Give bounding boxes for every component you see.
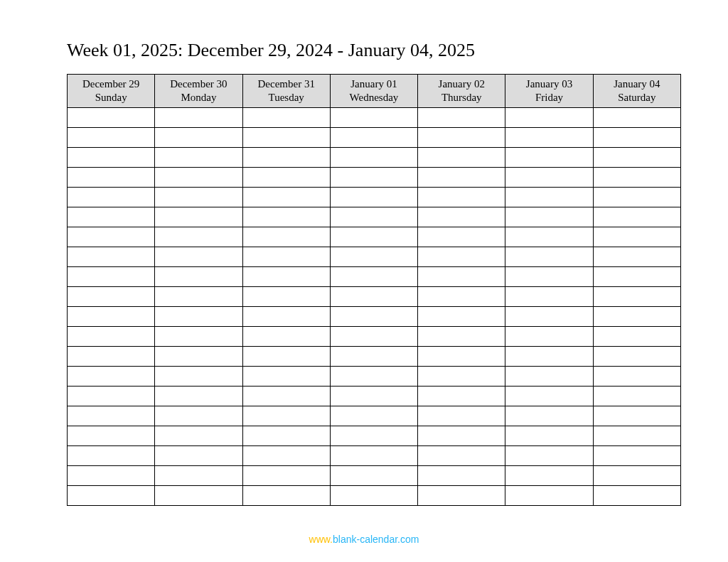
- calendar-cell: [505, 306, 593, 326]
- calendar-cell: [505, 346, 593, 366]
- calendar-cell: [155, 406, 242, 426]
- calendar-cell: [242, 366, 330, 386]
- calendar-cell: [330, 266, 417, 286]
- calendar-cell: [330, 147, 417, 167]
- calendar-cell: [155, 326, 242, 346]
- calendar-cell: [330, 386, 417, 406]
- calendar-cell: [418, 107, 505, 127]
- day-header-weekday: Thursday: [441, 92, 482, 103]
- day-header-weekday: Saturday: [618, 92, 655, 103]
- calendar-cell: [593, 366, 680, 386]
- calendar-cell: [242, 465, 330, 485]
- calendar-page: Week 01, 2025: December 29, 2024 - Janua…: [0, 0, 728, 506]
- calendar-cell: [155, 426, 242, 445]
- calendar-cell: [155, 445, 242, 465]
- calendar-cell: [418, 326, 505, 346]
- calendar-cell: [68, 485, 155, 505]
- calendar-cell: [418, 445, 505, 465]
- day-header-sunday: December 29 Sunday: [68, 75, 155, 108]
- calendar-cell: [155, 187, 242, 207]
- calendar-cell: [505, 147, 593, 167]
- calendar-cell: [505, 485, 593, 505]
- calendar-cell: [155, 465, 242, 485]
- calendar-cell: [242, 147, 330, 167]
- calendar-cell: [418, 266, 505, 286]
- calendar-cell: [242, 406, 330, 426]
- page-title: Week 01, 2025: December 29, 2024 - Janua…: [67, 40, 685, 61]
- calendar-cell: [593, 247, 680, 266]
- calendar-cell: [593, 286, 680, 306]
- calendar-row: [68, 227, 681, 247]
- calendar-cell: [155, 147, 242, 167]
- calendar-cell: [68, 107, 155, 127]
- calendar-cell: [505, 167, 593, 187]
- calendar-row: [68, 346, 681, 366]
- calendar-cell: [505, 227, 593, 247]
- calendar-cell: [242, 247, 330, 266]
- calendar-cell: [330, 426, 417, 445]
- calendar-cell: [505, 266, 593, 286]
- calendar-cell: [330, 406, 417, 426]
- calendar-cell: [505, 187, 593, 207]
- calendar-cell: [418, 187, 505, 207]
- calendar-cell: [505, 286, 593, 306]
- calendar-cell: [330, 227, 417, 247]
- calendar-cell: [593, 147, 680, 167]
- calendar-cell: [242, 207, 330, 227]
- calendar-row: [68, 306, 681, 326]
- calendar-cell: [242, 306, 330, 326]
- calendar-cell: [418, 286, 505, 306]
- calendar-cell: [155, 386, 242, 406]
- day-header-weekday: Friday: [535, 92, 563, 103]
- calendar-cell: [242, 167, 330, 187]
- calendar-cell: [593, 485, 680, 505]
- calendar-cell: [505, 247, 593, 266]
- calendar-cell: [330, 306, 417, 326]
- calendar-cell: [242, 485, 330, 505]
- calendar-cell: [418, 406, 505, 426]
- calendar-cell: [593, 167, 680, 187]
- calendar-cell: [593, 386, 680, 406]
- calendar-cell: [68, 346, 155, 366]
- calendar-cell: [418, 366, 505, 386]
- calendar-cell: [593, 406, 680, 426]
- calendar-cell: [155, 366, 242, 386]
- calendar-cell: [505, 207, 593, 227]
- calendar-cell: [505, 366, 593, 386]
- calendar-row: [68, 147, 681, 167]
- day-header-date: January 01: [350, 78, 397, 90]
- day-header-saturday: January 04 Saturday: [593, 75, 680, 108]
- day-header-date: January 02: [439, 78, 485, 90]
- day-header-date: January 03: [526, 78, 572, 90]
- calendar-row: [68, 465, 681, 485]
- calendar-cell: [330, 465, 417, 485]
- calendar-cell: [242, 107, 330, 127]
- calendar-cell: [330, 127, 417, 147]
- calendar-cell: [593, 127, 680, 147]
- calendar-cell: [505, 445, 593, 465]
- calendar-cell: [330, 346, 417, 366]
- calendar-row: [68, 266, 681, 286]
- calendar-cell: [68, 426, 155, 445]
- calendar-cell: [242, 127, 330, 147]
- day-header-thursday: January 02 Thursday: [418, 75, 505, 108]
- calendar-cell: [242, 426, 330, 445]
- calendar-cell: [68, 167, 155, 187]
- calendar-cell: [68, 127, 155, 147]
- calendar-cell: [418, 306, 505, 326]
- day-header-date: January 04: [614, 78, 660, 90]
- calendar-cell: [505, 386, 593, 406]
- day-header-weekday: Monday: [181, 92, 216, 103]
- calendar-cell: [68, 326, 155, 346]
- calendar-cell: [418, 207, 505, 227]
- weekly-calendar-table: December 29 Sunday December 30 Monday De…: [67, 74, 681, 506]
- calendar-cell: [68, 406, 155, 426]
- calendar-cell: [593, 346, 680, 366]
- day-header-monday: December 30 Monday: [155, 75, 242, 108]
- calendar-cell: [68, 445, 155, 465]
- calendar-cell: [155, 266, 242, 286]
- calendar-cell: [68, 266, 155, 286]
- calendar-row: [68, 445, 681, 465]
- calendar-cell: [593, 426, 680, 445]
- calendar-cell: [242, 266, 330, 286]
